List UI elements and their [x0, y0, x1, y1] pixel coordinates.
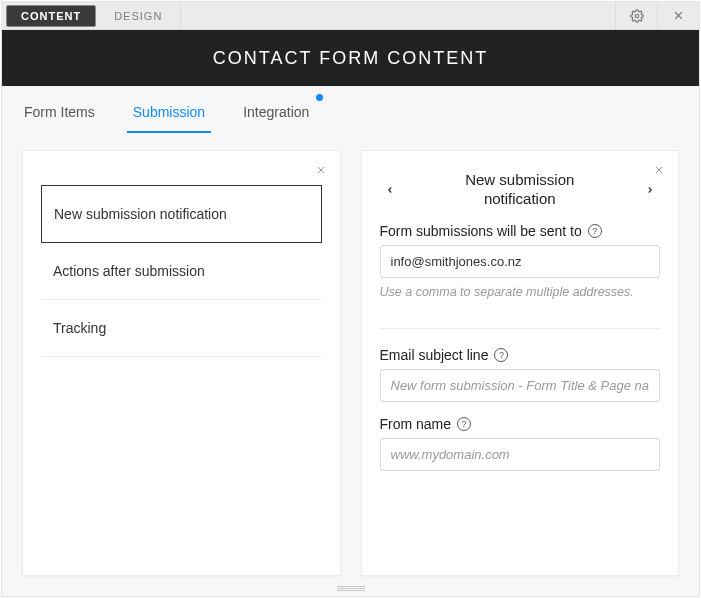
content-row: New submission notification Actions afte… — [2, 132, 699, 596]
chevron-right-icon — [645, 183, 655, 197]
from-name-label-text: From name — [380, 416, 452, 432]
section-item-actions[interactable]: Actions after submission — [41, 243, 322, 300]
editor-window: CONTENT DESIGN CONTACT FORM CONTENT Form… — [1, 1, 700, 597]
tab-design[interactable]: DESIGN — [96, 2, 181, 29]
send-to-label: Form submissions will be sent to ? — [380, 223, 661, 239]
help-icon[interactable]: ? — [494, 348, 508, 362]
top-right-icons — [615, 2, 699, 29]
from-name-input[interactable] — [380, 438, 661, 471]
from-name-label: From name ? — [380, 416, 661, 432]
right-title-line1: New submission — [465, 171, 574, 188]
help-icon[interactable]: ? — [588, 224, 602, 238]
next-section-button[interactable] — [640, 180, 660, 200]
field-subject: Email subject line ? — [380, 347, 661, 402]
divider — [380, 328, 661, 329]
subject-label: Email subject line ? — [380, 347, 661, 363]
header-bar: CONTACT FORM CONTENT — [2, 30, 699, 86]
left-panel-close-button[interactable] — [312, 161, 330, 179]
close-icon — [315, 164, 327, 176]
resize-handle[interactable] — [336, 586, 366, 591]
sub-tabs: Form Items Submission Integration — [2, 86, 699, 132]
send-to-input[interactable] — [380, 245, 661, 278]
left-panel: New submission notification Actions afte… — [22, 150, 341, 576]
subtab-form-items[interactable]: Form Items — [24, 104, 95, 132]
right-title-line2: notification — [484, 190, 556, 207]
gear-icon — [630, 9, 644, 23]
subject-label-text: Email subject line — [380, 347, 489, 363]
close-icon — [672, 9, 685, 22]
subtab-submission[interactable]: Submission — [133, 104, 205, 132]
right-panel-close-button[interactable] — [650, 161, 668, 179]
field-send-to: Form submissions will be sent to ? Use a… — [380, 223, 661, 301]
page-title: CONTACT FORM CONTENT — [213, 48, 488, 69]
subtab-integration[interactable]: Integration — [243, 104, 309, 132]
field-from-name: From name ? — [380, 416, 661, 471]
chevron-left-icon — [385, 183, 395, 197]
close-icon — [653, 164, 665, 176]
tab-content[interactable]: CONTENT — [6, 5, 96, 27]
send-to-label-text: Form submissions will be sent to — [380, 223, 582, 239]
indicator-dot-icon — [316, 94, 323, 101]
right-panel: New submission notification Form submiss… — [361, 150, 680, 576]
section-item-notification[interactable]: New submission notification — [41, 185, 322, 243]
section-item-tracking[interactable]: Tracking — [41, 300, 322, 357]
right-panel-title: New submission notification — [400, 171, 641, 209]
left-section-list: New submission notification Actions afte… — [41, 185, 322, 357]
subject-input[interactable] — [380, 369, 661, 402]
right-panel-header: New submission notification — [380, 171, 661, 209]
svg-point-0 — [635, 14, 639, 18]
help-icon[interactable]: ? — [457, 417, 471, 431]
prev-section-button[interactable] — [380, 180, 400, 200]
subtab-integration-label: Integration — [243, 104, 309, 120]
top-tabs: CONTENT DESIGN — [2, 2, 699, 30]
settings-button[interactable] — [615, 2, 657, 29]
close-window-button[interactable] — [657, 2, 699, 29]
send-to-helper: Use a comma to separate multiple address… — [380, 284, 661, 301]
